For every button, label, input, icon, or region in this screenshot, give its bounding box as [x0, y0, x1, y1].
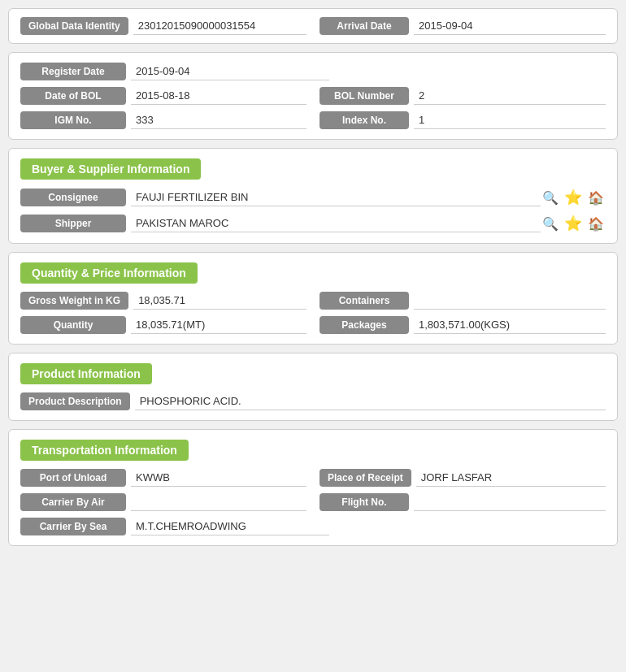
product-desc-label: Product Description — [20, 392, 130, 410]
bol-number-label: BOL Number — [320, 87, 409, 105]
place-of-receipt-label: Place of Receipt — [320, 469, 411, 487]
shipper-icon-group: 🔍 ⭐ 🏠 — [541, 214, 606, 233]
carrier-by-sea-label: Carrier By Sea — [20, 518, 126, 535]
carrier-by-air-label: Carrier By Air — [20, 493, 126, 511]
consignee-label: Consignee — [20, 189, 126, 206]
consignee-value: FAUJI FERTILIZER BIN — [131, 189, 541, 206]
containers-label: Containers — [320, 292, 409, 310]
basic-info-card: Register Date 2015-09-04 Date of BOL 201… — [8, 52, 618, 140]
quantity-price-card: Quantity & Price Information Gross Weigh… — [8, 252, 618, 345]
global-identity-bar: Global Data Identity 2301201509000003155… — [8, 8, 618, 44]
transport-info-card: Transportation Information Port of Unloa… — [8, 429, 618, 546]
port-of-unload-label: Port of Unload — [20, 469, 126, 487]
register-date-label: Register Date — [20, 63, 126, 80]
transport-info-header: Transportation Information — [20, 440, 189, 461]
shipper-label: Shipper — [20, 215, 126, 232]
product-info-header: Product Information — [20, 363, 152, 384]
packages-label: Packages — [320, 316, 409, 334]
shipper-star-icon[interactable]: ⭐ — [563, 214, 583, 233]
flight-no-label: Flight No. — [320, 493, 409, 511]
gross-weight-value: 18,035.71 — [133, 292, 306, 310]
date-of-bol-value: 2015-08-18 — [131, 87, 306, 105]
product-info-card: Product Information Product Description … — [8, 353, 618, 421]
packages-value: 1,803,571.00(KGS) — [414, 316, 606, 334]
igm-no-value: 333 — [131, 111, 306, 129]
flight-no-value — [414, 493, 606, 511]
register-date-value: 2015-09-04 — [131, 63, 329, 80]
consignee-home-icon[interactable]: 🏠 — [586, 188, 606, 207]
place-of-receipt-value: JORF LASFAR — [416, 469, 606, 487]
carrier-by-air-value — [131, 493, 306, 511]
shipper-search-icon[interactable]: 🔍 — [541, 214, 560, 233]
quantity-value: 18,035.71(MT) — [131, 316, 306, 334]
igm-no-label: IGM No. — [20, 111, 126, 129]
shipper-home-icon[interactable]: 🏠 — [586, 214, 606, 233]
consignee-star-icon[interactable]: ⭐ — [563, 188, 583, 207]
arrival-date-value: 2015-09-04 — [414, 17, 606, 35]
quantity-price-header: Quantity & Price Information — [20, 262, 198, 284]
containers-value — [414, 292, 606, 310]
index-no-label: Index No. — [320, 111, 409, 129]
bol-number-value: 2 — [414, 87, 606, 105]
consignee-search-icon[interactable]: 🔍 — [541, 188, 560, 207]
global-data-identity-value: 23012015090000031554 — [133, 17, 306, 35]
quantity-label: Quantity — [20, 316, 126, 334]
consignee-icon-group: 🔍 ⭐ 🏠 — [541, 188, 606, 207]
port-of-unload-value: KWWB — [131, 469, 306, 487]
buyer-supplier-header: Buyer & Supplier Information — [20, 158, 201, 180]
arrival-date-label: Arrival Date — [320, 17, 409, 35]
buyer-supplier-card: Buyer & Supplier Information Consignee F… — [8, 148, 618, 244]
product-desc-value: PHOSPHORIC ACID. — [135, 392, 606, 410]
gross-weight-label: Gross Weight in KG — [20, 292, 128, 310]
carrier-by-sea-value: M.T.CHEMROADWING — [131, 518, 329, 535]
date-of-bol-label: Date of BOL — [20, 87, 126, 105]
shipper-value: PAKISTAN MAROC — [131, 215, 541, 232]
index-no-value: 1 — [414, 111, 606, 129]
global-data-identity-label: Global Data Identity — [20, 17, 128, 35]
